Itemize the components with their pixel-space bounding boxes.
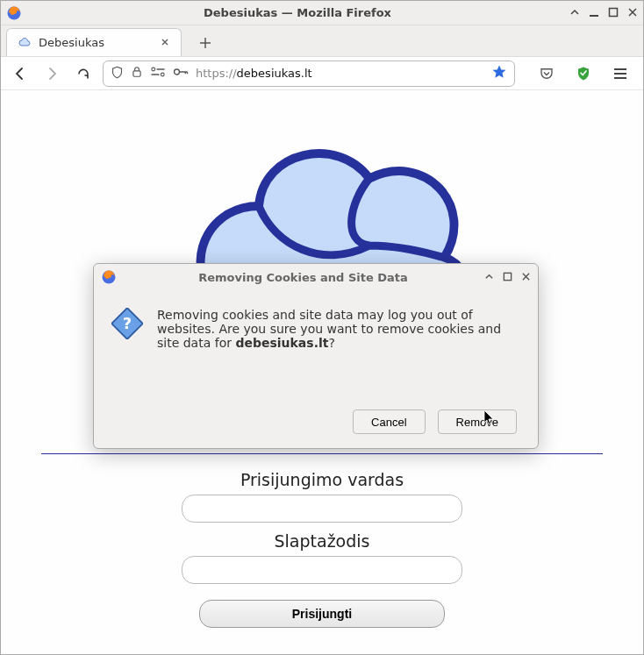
dialog-window-controls [484,271,531,284]
separator-line [41,453,603,454]
ublock-shield-icon[interactable] [571,61,596,86]
dialog-body-post: ? [328,336,334,350]
svg-rect-5 [157,68,165,70]
svg-rect-2 [610,8,618,16]
dialog-body-domain: debesiukas.lt [235,336,328,350]
remove-button[interactable]: Remove [438,409,517,434]
window-titlebar: Debesiukas — Mozilla Firefox [1,1,643,25]
tab-debesiukas[interactable]: Debesiukas [6,28,182,56]
key-icon[interactable] [173,66,189,81]
remove-cookies-dialog: Removing Cookies and Site Data ? Removin… [93,263,539,449]
hamburger-menu-icon[interactable] [608,61,633,86]
back-button[interactable] [8,61,32,86]
up-icon[interactable] [569,6,580,20]
svg-point-4 [152,68,155,71]
firefox-window: Debesiukas — Mozilla Firefox Debesiuka [0,0,644,655]
window-maximize-icon[interactable] [608,6,619,20]
url-text: https://debesiukas.lt [196,67,484,80]
username-label: Prisijungimo vardas [240,470,404,489]
svg-rect-1 [590,15,598,17]
login-form: Prisijungimo vardas Slaptažodis Prisijun… [182,461,462,628]
svg-rect-3 [133,71,140,76]
svg-point-6 [161,73,164,76]
tab-close-icon[interactable] [160,36,170,50]
dialog-up-icon[interactable] [484,271,494,284]
permissions-icon[interactable] [150,66,166,81]
toolbar-right [534,61,633,86]
cancel-button[interactable]: Cancel [353,409,425,434]
url-bar[interactable]: https://debesiukas.lt [103,61,515,87]
dialog-title-text: Removing Cookies and Site Data [122,271,484,284]
url-domain: debesiukas.lt [237,67,312,80]
firefox-logo-icon [6,5,22,21]
toolbar: https://debesiukas.lt [1,57,643,90]
dialog-actions: Cancel Remove [94,399,538,448]
question-icon: ? [111,308,143,339]
window-title: Debesiukas — Mozilla Firefox [25,6,569,19]
tabs-row: Debesiukas [1,25,643,57]
password-input[interactable] [182,556,462,584]
lock-icon[interactable] [131,66,143,81]
username-input[interactable] [182,495,462,523]
tab-title: Debesiukas [39,36,104,49]
window-controls [569,6,638,20]
dialog-body: ? Removing cookies and site data may log… [94,290,538,399]
svg-point-8 [175,69,180,75]
login-submit-button[interactable]: Prisijungti [199,600,445,628]
pocket-icon[interactable] [534,61,559,86]
firefox-logo-icon [101,269,117,285]
window-close-icon[interactable] [627,6,638,20]
new-tab-button[interactable] [190,31,220,56]
svg-rect-10 [504,273,511,280]
shield-icon[interactable] [111,66,124,82]
svg-rect-7 [152,74,160,75]
url-protocol: https:// [196,67,237,80]
dialog-close-icon[interactable] [521,271,531,284]
dialog-text: Removing cookies and site data may log y… [157,308,517,399]
content-area: Prisijungimo vardas Slaptažodis Prisijun… [1,90,643,654]
site-favicon-icon [18,36,32,50]
reload-button[interactable] [71,61,96,86]
bookmark-star-icon[interactable] [491,64,507,82]
svg-text:?: ? [123,314,132,332]
password-label: Slaptažodis [275,531,370,551]
window-minimize-icon[interactable] [589,6,599,20]
dialog-titlebar: Removing Cookies and Site Data [94,264,538,290]
dialog-maximize-icon[interactable] [503,271,512,284]
forward-button[interactable] [39,61,64,86]
